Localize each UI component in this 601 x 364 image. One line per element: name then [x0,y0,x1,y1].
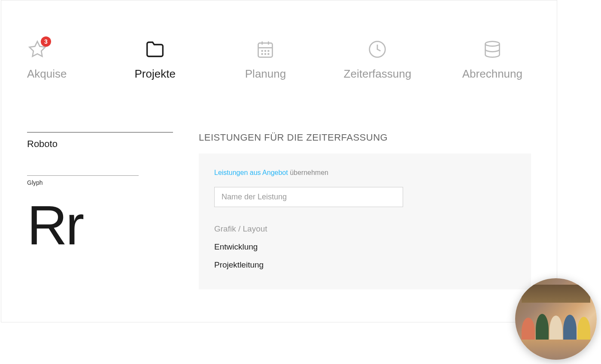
services-panel: Leistungen aus Angebot übernehmen Grafik… [199,153,531,289]
chat-avatar-button[interactable] [515,278,597,360]
star-icon: 3 [27,39,48,60]
glyph-section: Glyph Rr [27,175,139,256]
nav-item-akquise[interactable]: 3 Akquise [27,39,76,81]
svg-point-10 [268,54,269,54]
app-frame: 3 Akquise Projekte Planung Zeiterfassung [1,0,557,322]
main-nav: 3 Akquise Projekte Planung Zeiterfassung [1,0,557,81]
service-name-input[interactable] [214,187,403,207]
import-from-offer-link[interactable]: Leistungen aus Angebot [214,169,288,176]
service-item-entwicklung[interactable]: Entwicklung [214,238,516,256]
section-title: LEISTUNGEN FÜR DIE ZEITERFASSUNG [199,132,531,143]
folder-icon [145,39,165,60]
svg-point-6 [265,51,266,51]
svg-point-9 [265,54,266,54]
calendar-icon [255,39,276,60]
svg-point-7 [268,51,269,51]
svg-point-8 [262,54,263,54]
avatar-image [515,278,597,360]
font-name: Roboto [27,138,173,150]
nav-label: Zeiterfassung [344,67,412,81]
nav-item-planung[interactable]: Planung [237,39,294,81]
import-link-row: Leistungen aus Angebot übernehmen [214,169,516,177]
right-column: LEISTUNGEN FÜR DIE ZEITERFASSUNG Leistun… [199,132,531,289]
nav-item-zeiterfassung[interactable]: Zeiterfassung [335,39,420,81]
nav-label: Abrechnung [462,67,522,81]
nav-item-projekte[interactable]: Projekte [126,39,184,81]
database-icon [482,39,503,60]
font-section: Roboto [27,132,173,150]
service-item-projektleitung[interactable]: Projektleitung [214,256,516,274]
svg-point-12 [485,42,499,46]
nav-label: Akquise [27,67,67,81]
content-area: Roboto Glyph Rr LEISTUNGEN FÜR DIE ZEITE… [1,81,557,289]
service-item-grafik-layout[interactable]: Grafik / Layout [214,220,516,238]
glyph-display: Rr [27,195,139,256]
import-suffix: übernehmen [288,169,328,176]
nav-label: Planung [245,67,286,81]
nav-item-abrechnung[interactable]: Abrechnung [454,39,531,81]
svg-point-5 [262,51,263,51]
left-column: Roboto Glyph Rr [27,132,173,289]
nav-label: Projekte [134,67,175,81]
clock-icon [367,39,388,60]
glyph-label: Glyph [27,179,139,186]
nav-badge: 3 [41,36,51,47]
